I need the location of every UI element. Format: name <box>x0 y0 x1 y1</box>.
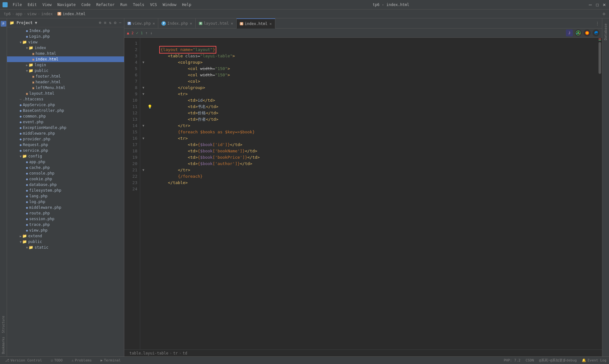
tree-item-provider[interactable]: ● provider.php <box>7 136 124 142</box>
event-log[interactable]: 🔔 Event Log <box>582 358 606 362</box>
tree-item-index-php[interactable]: ● Index.php <box>7 28 124 34</box>
scroll-thumb[interactable] <box>599 42 601 74</box>
tree-item-login-php[interactable]: ● Login.php <box>7 34 124 39</box>
tree-item-filesystem-php[interactable]: ● filesystem.php <box>7 188 124 193</box>
close-panel-icon[interactable]: − <box>119 20 121 25</box>
structure-toggle[interactable]: Structure <box>2 313 5 333</box>
fold-all-icon[interactable]: ↑ <box>145 31 147 35</box>
tree-item-service[interactable]: ● service.php <box>7 148 124 153</box>
tree-item-event[interactable]: ● event.php <box>7 119 124 125</box>
breadcrumb-view[interactable]: view <box>27 12 36 16</box>
menu-refactor[interactable]: Refactor <box>94 2 117 8</box>
intention-bulb-11[interactable]: 💡 <box>147 104 153 110</box>
tree-item-login-folder[interactable]: ▶ 📁 login <box>7 62 124 68</box>
tree-item-common[interactable]: ● common.php <box>7 113 124 119</box>
version-control-tab[interactable]: ⎇ Version Control <box>3 358 44 362</box>
tree-item-app-php[interactable]: ● app.php <box>7 159 124 165</box>
jetbrains-browser-icon[interactable]: J <box>566 29 573 36</box>
maximize-button[interactable]: ☐ <box>595 3 599 7</box>
menu-help[interactable]: Help <box>180 2 194 8</box>
breadcrumb-settings[interactable]: ⚙ <box>603 11 605 16</box>
php-version[interactable]: PHP: 7.2 <box>504 358 521 362</box>
tree-item-leftmenu[interactable]: ▣ leftMenu.html <box>7 85 124 91</box>
menu-file[interactable]: File <box>10 2 24 8</box>
locate-file-icon[interactable]: ⊕ <box>99 20 102 25</box>
editor-scrollbar[interactable] <box>598 38 602 349</box>
breadcrumb-index[interactable]: index <box>41 12 53 16</box>
project-view-toggle[interactable]: P <box>1 21 6 27</box>
recent-files-icon[interactable]: ⋮ <box>595 21 599 26</box>
terminal-tab[interactable]: ▶ Terminal <box>98 358 123 362</box>
tab-close[interactable]: ✕ <box>190 21 192 26</box>
tree-item-view-php[interactable]: ● view.php <box>7 227 124 233</box>
tree-item-basecontroller[interactable]: ● BaseController.php <box>7 108 124 113</box>
chrome-icon[interactable] <box>575 29 582 36</box>
close-button[interactable]: ✕ <box>602 3 606 7</box>
tree-item-middleware2-php[interactable]: ● middleware.php <box>7 205 124 210</box>
menu-edit[interactable]: Edit <box>25 2 39 8</box>
menu-window[interactable]: Window <box>160 2 179 8</box>
settings-icon[interactable]: ⚙ <box>114 20 116 25</box>
tree-item-home-html[interactable]: ▣ home.html <box>7 51 124 56</box>
gutter-9[interactable]: ▼ <box>140 91 147 97</box>
tab-layout-html[interactable]: H layout.html ✕ <box>196 18 237 29</box>
unfold-icon[interactable]: ↓ <box>150 31 152 35</box>
menu-tools[interactable]: Tools <box>130 2 147 8</box>
tree-item-header[interactable]: ▣ header.html <box>7 79 124 85</box>
tree-item-footer[interactable]: ▣ footer.html <box>7 73 124 79</box>
tree-item-middleware[interactable]: ● middleware.php <box>7 131 124 136</box>
tree-item-public2[interactable]: ▼ 📁 public <box>7 239 124 245</box>
database-tab[interactable]: Database <box>602 21 609 43</box>
tab-close[interactable]: ✕ <box>270 22 272 26</box>
todo-tab[interactable]: ☑ TODO <box>48 358 65 362</box>
tree-item-appservice[interactable]: ● AppService.php <box>7 102 124 108</box>
gutter-8[interactable]: ▼ <box>140 85 147 91</box>
code-content[interactable]: {layout name="layout"} <table class="lay… <box>153 38 598 349</box>
firefox-icon[interactable] <box>584 29 591 36</box>
menu-view[interactable]: View <box>40 2 54 8</box>
tree-item-lang-php[interactable]: ● lang.php <box>7 193 124 199</box>
edge-icon[interactable] <box>593 29 599 36</box>
problems-tab[interactable]: ⚠ Problems <box>69 358 94 362</box>
tree-item-exceptionhandle[interactable]: ● ExceptionHandle.php <box>7 125 124 131</box>
tree-item-htaccess[interactable]: ⋯ .htaccess <box>7 96 124 102</box>
tab-index-html[interactable]: H index.html ✕ <box>237 18 275 29</box>
gutter-21[interactable]: ▼ <box>140 167 147 173</box>
gutter-14[interactable]: ▼ <box>140 123 147 129</box>
gutter-4[interactable]: ▼ <box>140 59 147 66</box>
tree-item-database-php[interactable]: ● database.php <box>7 182 124 188</box>
debug-link[interactable]: @系死~@系知更多debug <box>539 358 577 363</box>
breadcrumb-tr[interactable]: tr <box>173 351 178 355</box>
breadcrumb-tp6[interactable]: tp6 <box>4 12 11 16</box>
tab-close[interactable]: ✕ <box>231 21 233 26</box>
tree-item-public-folder[interactable]: ▼ 📁 public <box>7 68 124 73</box>
csdn-link[interactable]: CSDN <box>526 358 534 362</box>
sort-icon[interactable]: ⇅ <box>109 20 112 25</box>
tree-item-request[interactable]: ● Request.php <box>7 142 124 148</box>
tree-item-trace-php[interactable]: ● trace.php <box>7 222 124 227</box>
tree-item-layout[interactable]: ▣ layout.html <box>7 91 124 96</box>
tree-item-console-php[interactable]: ● console.php <box>7 170 124 176</box>
tree-item-log-php[interactable]: ● log.php <box>7 199 124 205</box>
menu-code[interactable]: Code <box>79 2 93 8</box>
tab-view-php[interactable]: P view.php ✕ <box>124 18 158 29</box>
breadcrumb-app[interactable]: app <box>16 12 23 16</box>
tree-item-view[interactable]: ▼ 📁 view <box>7 39 124 45</box>
tree-item-route-php[interactable]: ● route.php <box>7 210 124 216</box>
minimize-button[interactable]: — <box>588 3 593 7</box>
tree-item-index-folder[interactable]: ▼ 📁 index <box>7 45 124 51</box>
menu-run[interactable]: Run <box>118 2 130 8</box>
tree-item-static[interactable]: ▼ 📁 static <box>7 245 124 250</box>
breadcrumb-file[interactable]: index.html <box>62 12 85 16</box>
bookmarks-toggle[interactable]: Bookmarks <box>2 334 5 354</box>
collapse-all-icon[interactable]: ≡ <box>104 20 107 25</box>
tree-item-session-php[interactable]: ● session.php <box>7 216 124 222</box>
tree-item-config-folder[interactable]: ▼ 📁 config <box>7 153 124 159</box>
tab-close[interactable]: ✕ <box>153 21 155 26</box>
breadcrumb-td[interactable]: td <box>183 351 187 355</box>
tab-index-php[interactable]: P Index.php ✕ <box>158 18 195 29</box>
breadcrumb-table[interactable]: table.layui-table <box>129 351 168 355</box>
menu-navigate[interactable]: Navigate <box>55 2 78 8</box>
gutter-16[interactable]: ▼ <box>140 135 147 142</box>
tree-item-cache-php[interactable]: ● cache.php <box>7 165 124 170</box>
